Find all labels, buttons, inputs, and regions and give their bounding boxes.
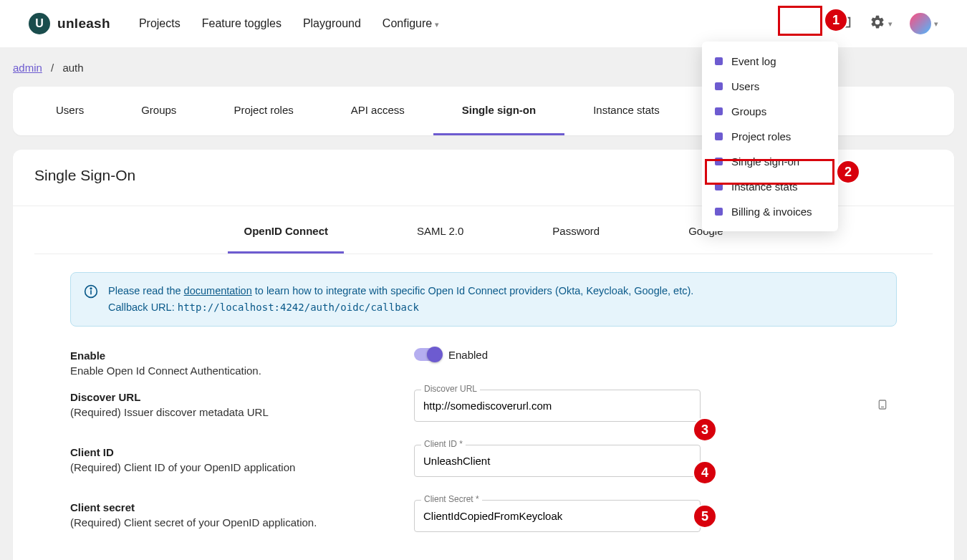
nav-left: U unleash Projects Feature toggles Playg…	[29, 13, 439, 34]
svg-point-2	[90, 288, 92, 289]
avatar	[910, 13, 931, 34]
menu-single-sign-on[interactable]: Single sign-on	[702, 149, 838, 174]
info-post: to learn how to integrate with specific …	[252, 285, 694, 296]
tab-users[interactable]: Users	[27, 87, 112, 135]
menu-label: Project roles	[731, 130, 791, 143]
toggle-knob	[427, 347, 443, 362]
breadcrumb-root[interactable]: admin	[13, 62, 42, 74]
chevron-down-icon: ▾	[888, 19, 893, 29]
brand-logo[interactable]: U unleash	[29, 13, 110, 34]
nav-configure-label: Configure	[383, 17, 432, 29]
enable-desc: Enable Open Id Connect Authentication.	[70, 365, 414, 377]
info-text: Please read the documentation to learn h…	[108, 283, 693, 316]
breadcrumb-current: auth	[62, 62, 83, 74]
svg-rect-3	[879, 400, 885, 409]
menu-label: Users	[731, 80, 759, 92]
menu-users[interactable]: Users	[702, 74, 838, 99]
key-icon	[877, 399, 888, 413]
enable-toggle[interactable]	[414, 348, 441, 361]
menu-billing[interactable]: Billing & invoices	[702, 199, 838, 224]
info-icon	[84, 283, 98, 304]
gear-icon	[870, 14, 885, 33]
client-secret-desc: (Required) Client secret of your OpenID …	[70, 516, 414, 528]
menu-label: Billing & invoices	[731, 206, 812, 218]
menu-groups[interactable]: Groups	[702, 99, 838, 124]
documentation-link[interactable]: documentation	[184, 285, 252, 296]
tab-single-sign-on[interactable]: Single sign-on	[433, 87, 564, 135]
tab-openid-connect[interactable]: OpenID Connect	[228, 206, 344, 254]
toggle-label: Enabled	[448, 349, 488, 361]
callback-url: http://localhost:4242/auth/oidc/callback	[178, 301, 419, 313]
client-secret-title: Client secret	[70, 501, 414, 513]
menu-dot-icon	[715, 107, 723, 115]
tab-instance-stats[interactable]: Instance stats	[564, 87, 688, 135]
nav-right: ▾ ▾	[837, 11, 938, 36]
menu-dot-icon	[715, 183, 723, 190]
info-banner: Please read the documentation to learn h…	[70, 272, 897, 327]
discover-field-label: Discover URL	[421, 384, 480, 394]
menu-dot-icon	[715, 158, 723, 165]
tab-project-roles[interactable]: Project roles	[205, 87, 322, 135]
settings-dropdown: Event log Users Groups Project roles Sin…	[702, 42, 838, 231]
enable-title: Enable	[70, 349, 414, 362]
menu-instance-stats[interactable]: Instance stats	[702, 174, 838, 199]
client-id-desc: (Required) Client ID of your OpenID appl…	[70, 461, 414, 473]
client-id-input[interactable]	[414, 445, 701, 477]
callback-label: Callback URL:	[108, 301, 178, 313]
oidc-form: Enable Enable Open Id Connect Authentica…	[13, 341, 954, 560]
client-secret-field-label: Client Secret *	[421, 494, 482, 504]
tab-api-access[interactable]: API access	[322, 87, 433, 135]
tab-password[interactable]: Password	[537, 206, 615, 254]
chevron-down-icon: ▾	[435, 20, 439, 29]
info-pre: Please read the	[108, 285, 184, 296]
client-secret-input[interactable]	[414, 500, 701, 532]
top-nav: U unleash Projects Feature toggles Playg…	[0, 0, 967, 47]
client-id-field-label: Client ID *	[421, 439, 466, 449]
row-client-secret: Client secret (Required) Client secret o…	[70, 500, 897, 542]
nav-feature-toggles[interactable]: Feature toggles	[202, 17, 282, 30]
menu-event-log[interactable]: Event log	[702, 49, 838, 74]
menu-dot-icon	[715, 82, 723, 90]
breadcrumb-sep: /	[51, 62, 54, 74]
menu-project-roles[interactable]: Project roles	[702, 124, 838, 149]
brand-name: unleash	[57, 16, 110, 32]
menu-dot-icon	[715, 208, 723, 216]
settings-menu-button[interactable]: ▾	[865, 11, 897, 36]
discover-desc: (Required) Issuer discover metadata URL	[70, 406, 414, 418]
menu-label: Event log	[731, 55, 776, 67]
menu-label: Single sign-on	[731, 155, 799, 168]
menu-label: Groups	[731, 105, 766, 117]
row-discover-url: Discover URL (Required) Issuer discover …	[70, 390, 897, 432]
docs-icon[interactable]	[837, 16, 852, 32]
nav-links: Projects Feature toggles Playground Conf…	[139, 17, 439, 30]
chevron-down-icon: ▾	[934, 19, 938, 29]
menu-dot-icon	[715, 132, 723, 140]
user-menu[interactable]: ▾	[910, 13, 938, 34]
row-client-id: Client ID (Required) Client ID of your O…	[70, 445, 897, 487]
nav-configure[interactable]: Configure▾	[383, 17, 439, 30]
client-id-title: Client ID	[70, 446, 414, 458]
menu-label: Instance stats	[731, 180, 798, 193]
discover-url-input[interactable]	[414, 390, 701, 422]
logo-mark: U	[29, 13, 50, 34]
nav-projects[interactable]: Projects	[139, 17, 181, 30]
discover-title: Discover URL	[70, 391, 414, 403]
row-enable: Enable Enable Open Id Connect Authentica…	[70, 348, 897, 377]
tab-groups[interactable]: Groups	[112, 87, 205, 135]
tab-saml[interactable]: SAML 2.0	[401, 206, 479, 254]
nav-playground[interactable]: Playground	[303, 17, 361, 30]
menu-dot-icon	[715, 57, 723, 65]
